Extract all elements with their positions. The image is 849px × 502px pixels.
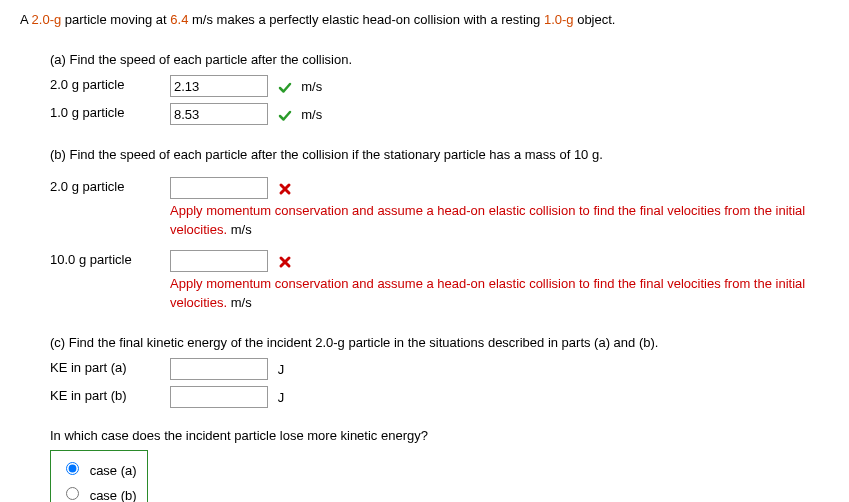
part-b-input-1[interactable] (170, 177, 268, 199)
part-c-label-1: KE in part (a) (50, 358, 170, 378)
part-b-label-2: 10.0 g particle (50, 250, 170, 270)
part-c-unit-2: J (278, 390, 285, 405)
radio-case-a[interactable] (66, 462, 79, 475)
intro-text: A (20, 12, 32, 27)
problem-intro: A 2.0-g particle moving at 6.4 m/s makes… (20, 10, 829, 30)
intro-text: particle moving at (61, 12, 170, 27)
intro-mass1: 2.0-g (32, 12, 62, 27)
part-a-input-1[interactable] (170, 75, 268, 97)
part-c-input-1[interactable] (170, 358, 268, 380)
intro-text: object. (574, 12, 616, 27)
part-a-input-2[interactable] (170, 103, 268, 125)
part-a-unit-2: m/s (301, 107, 322, 122)
radio-case-b[interactable] (66, 487, 79, 500)
part-c-question: In which case does the incident particle… (50, 426, 829, 446)
part-c-input-2[interactable] (170, 386, 268, 408)
intro-mass2: 1.0-g (544, 12, 574, 27)
part-c-prompt: (c) Find the final kinetic energy of the… (50, 333, 829, 353)
x-icon (278, 252, 292, 272)
intro-speed: 6.4 (170, 12, 188, 27)
check-icon (278, 105, 292, 125)
part-a-prompt: (a) Find the speed of each particle afte… (50, 50, 829, 70)
x-icon (278, 179, 292, 199)
part-b-feedback-1: Apply momentum conservation and assume a… (170, 201, 829, 240)
part-b-label-1: 2.0 g particle (50, 177, 170, 197)
part-a-label-1: 2.0 g particle (50, 75, 170, 95)
radio-label-b: case (b) (90, 488, 137, 502)
part-b-feedback-2: Apply momentum conservation and assume a… (170, 274, 829, 313)
check-icon (278, 77, 292, 97)
part-c-label-2: KE in part (b) (50, 386, 170, 406)
intro-text: m/s makes a perfectly elastic head-on co… (188, 12, 544, 27)
part-b-input-2[interactable] (170, 250, 268, 272)
radio-group: case (a) case (b) (50, 450, 148, 503)
part-a-label-2: 1.0 g particle (50, 103, 170, 123)
part-a-unit-1: m/s (301, 79, 322, 94)
radio-label-a: case (a) (90, 463, 137, 478)
part-c-unit-1: J (278, 362, 285, 377)
part-b-prompt: (b) Find the speed of each particle afte… (50, 145, 829, 165)
